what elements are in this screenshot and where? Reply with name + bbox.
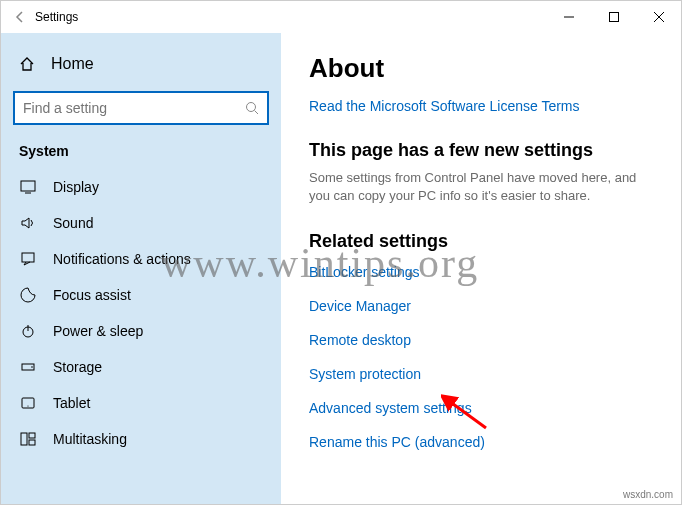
svg-rect-16 <box>29 433 35 438</box>
page-title: About <box>309 53 653 84</box>
sidebar-group-system: System <box>7 143 275 169</box>
link-rename-pc[interactable]: Rename this PC (advanced) <box>309 434 653 450</box>
sidebar-item-sound[interactable]: Sound <box>7 205 275 241</box>
svg-rect-17 <box>29 440 35 445</box>
sidebar-item-focus-assist[interactable]: Focus assist <box>7 277 275 313</box>
maximize-button[interactable] <box>591 1 636 33</box>
sidebar: Home System Display Sound Notifications … <box>1 33 281 504</box>
storage-icon <box>19 359 37 375</box>
nav-label: Focus assist <box>53 287 131 303</box>
svg-rect-1 <box>609 13 618 22</box>
related-settings-heading: Related settings <box>309 231 653 252</box>
titlebar-left: Settings <box>13 10 78 24</box>
new-settings-desc: Some settings from Control Panel have mo… <box>309 169 653 205</box>
display-icon <box>19 179 37 195</box>
svg-rect-6 <box>21 181 35 191</box>
notifications-icon <box>19 251 37 267</box>
svg-point-14 <box>27 405 28 406</box>
nav-label: Multitasking <box>53 431 127 447</box>
nav-label: Storage <box>53 359 102 375</box>
sidebar-item-notifications[interactable]: Notifications & actions <box>7 241 275 277</box>
nav-label: Sound <box>53 215 93 231</box>
nav-label: Tablet <box>53 395 90 411</box>
nav-label: Power & sleep <box>53 323 143 339</box>
tablet-icon <box>19 395 37 411</box>
multitasking-icon <box>19 431 37 447</box>
search-input[interactable] <box>13 91 269 125</box>
main-panel: About Read the Microsoft Software Licens… <box>281 33 681 504</box>
related-links: BitLocker settings Device Manager Remote… <box>309 264 653 450</box>
link-system-protection[interactable]: System protection <box>309 366 653 382</box>
sidebar-item-storage[interactable]: Storage <box>7 349 275 385</box>
sidebar-item-tablet[interactable]: Tablet <box>7 385 275 421</box>
sidebar-item-home[interactable]: Home <box>7 47 275 81</box>
nav-label: Display <box>53 179 99 195</box>
sidebar-item-multitasking[interactable]: Multitasking <box>7 421 275 457</box>
svg-point-12 <box>31 366 33 368</box>
search-field[interactable] <box>23 100 245 116</box>
sidebar-item-power[interactable]: Power & sleep <box>7 313 275 349</box>
link-remote-desktop[interactable]: Remote desktop <box>309 332 653 348</box>
search-icon <box>245 101 259 115</box>
content: Home System Display Sound Notifications … <box>1 33 681 504</box>
license-link[interactable]: Read the Microsoft Software License Term… <box>309 98 653 114</box>
link-advanced-system-settings[interactable]: Advanced system settings <box>309 400 653 416</box>
power-icon <box>19 323 37 339</box>
link-bitlocker[interactable]: BitLocker settings <box>309 264 653 280</box>
nav-label: Notifications & actions <box>53 251 191 267</box>
sound-icon <box>19 215 37 231</box>
window-title: Settings <box>35 10 78 24</box>
back-icon <box>13 10 27 24</box>
svg-line-5 <box>255 111 259 115</box>
close-button[interactable] <box>636 1 681 33</box>
minimize-button[interactable] <box>546 1 591 33</box>
home-icon <box>19 56 35 72</box>
svg-rect-15 <box>21 433 27 445</box>
focus-assist-icon <box>19 287 37 303</box>
titlebar: Settings <box>1 1 681 33</box>
svg-rect-8 <box>22 253 34 262</box>
new-settings-heading: This page has a few new settings <box>309 140 653 161</box>
sidebar-item-display[interactable]: Display <box>7 169 275 205</box>
link-device-manager[interactable]: Device Manager <box>309 298 653 314</box>
home-label: Home <box>51 55 94 73</box>
svg-point-4 <box>247 103 256 112</box>
window-controls <box>546 1 681 33</box>
